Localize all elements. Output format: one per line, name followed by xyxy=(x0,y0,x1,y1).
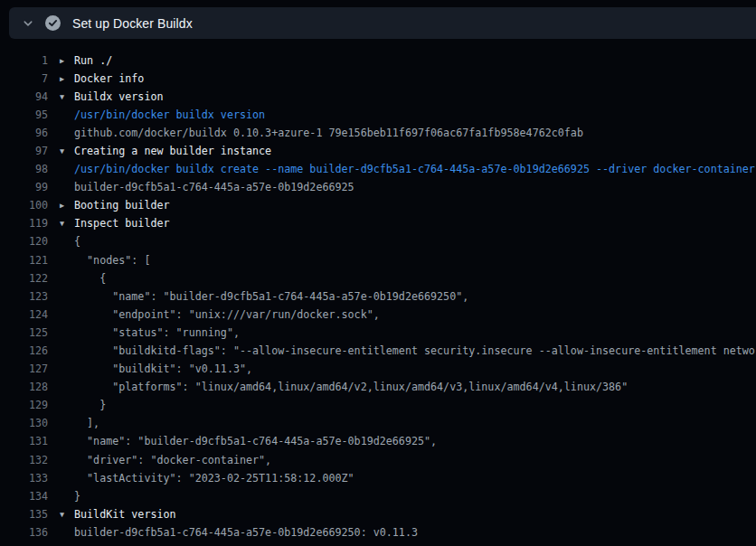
log-text: Inspect builder xyxy=(74,214,756,232)
group-toggle-icon xyxy=(48,106,74,124)
log-text: Creating a new builder instance xyxy=(74,142,756,160)
line-number[interactable]: 129 xyxy=(0,396,48,414)
line-number[interactable]: 7 xyxy=(0,70,48,88)
log-line: 123 "name": "builder-d9cfb5a1-c764-445a-… xyxy=(0,287,756,306)
log-line: 96 github.com/docker/buildx 0.10.3+azure… xyxy=(0,124,756,142)
log-line: 134 } xyxy=(0,487,756,505)
log-line: 127 "buildkit": "v0.11.3", xyxy=(0,360,756,378)
log-text: "driver": "docker-container", xyxy=(74,451,756,469)
line-number[interactable]: 121 xyxy=(0,251,48,269)
log-text: "platforms": "linux/amd64,linux/amd64/v2… xyxy=(74,378,756,396)
group-toggle-icon xyxy=(48,324,74,342)
group-toggle-icon[interactable]: ▶ xyxy=(48,52,74,70)
line-number[interactable]: 97 xyxy=(0,142,48,160)
line-number[interactable]: 122 xyxy=(0,269,48,287)
log-line[interactable]: 97 ▼ Creating a new builder instance xyxy=(0,142,756,160)
group-toggle-icon xyxy=(48,178,74,196)
log-text: builder-d9cfb5a1-c764-445a-a57e-0b19d2e6… xyxy=(74,523,756,541)
group-toggle-icon xyxy=(48,287,74,306)
log-line: 129 } xyxy=(0,396,756,414)
log-lines: 1 ▶ Run ./ 7 ▶ Docker info 94 ▼ Buildx v… xyxy=(0,39,756,541)
log-text: "lastActivity": "2023-02-25T11:58:12.000… xyxy=(74,469,756,487)
log-line: 130 ], xyxy=(0,414,756,432)
group-toggle-icon[interactable]: ▼ xyxy=(48,142,74,160)
group-toggle-icon xyxy=(48,451,74,469)
line-number[interactable]: 100 xyxy=(0,196,48,214)
group-toggle-icon xyxy=(48,487,74,505)
line-number[interactable]: 127 xyxy=(0,360,48,378)
log-text: "status": "running", xyxy=(74,324,756,342)
log-line: 125 "status": "running", xyxy=(0,324,756,342)
line-number[interactable]: 99 xyxy=(0,178,48,196)
group-toggle-icon[interactable]: ▼ xyxy=(48,505,74,523)
group-toggle-icon xyxy=(48,523,74,541)
log-text: Run ./ xyxy=(74,52,756,70)
line-number[interactable]: 95 xyxy=(0,106,48,124)
group-toggle-icon xyxy=(48,414,74,432)
line-number[interactable]: 131 xyxy=(0,432,48,450)
line-number[interactable]: 126 xyxy=(0,342,48,360)
log-text: { xyxy=(74,232,756,250)
log-line: 126 "buildkitd-flags": "--allow-insecure… xyxy=(0,342,756,360)
log-text: } xyxy=(74,487,756,505)
line-number[interactable]: 98 xyxy=(0,160,48,178)
log-text: } xyxy=(74,396,756,414)
log-line: 136 builder-d9cfb5a1-c764-445a-a57e-0b19… xyxy=(0,523,756,541)
line-number[interactable]: 123 xyxy=(0,287,48,306)
log-line: 121 "nodes": [ xyxy=(0,251,756,269)
line-number[interactable]: 132 xyxy=(0,451,48,469)
group-toggle-icon xyxy=(48,469,74,487)
log-text: "name": "builder-d9cfb5a1-c764-445a-a57e… xyxy=(74,287,756,306)
line-number[interactable]: 125 xyxy=(0,324,48,342)
group-toggle-icon[interactable]: ▼ xyxy=(48,214,74,232)
log-text: /usr/bin/docker buildx version xyxy=(74,106,756,124)
line-number[interactable]: 128 xyxy=(0,378,48,396)
line-number[interactable]: 133 xyxy=(0,469,48,487)
log-line[interactable]: 119 ▼ Inspect builder xyxy=(0,214,756,232)
line-number[interactable]: 119 xyxy=(0,214,48,232)
log-line: 98 /usr/bin/docker buildx create --name … xyxy=(0,160,756,178)
log-text: "buildkit": "v0.11.3", xyxy=(74,360,756,378)
group-toggle-icon[interactable]: ▼ xyxy=(48,88,74,106)
line-number[interactable]: 1 xyxy=(0,52,48,70)
log-line: 124 "endpoint": "unix:///var/run/docker.… xyxy=(0,306,756,324)
line-number[interactable]: 135 xyxy=(0,505,48,523)
group-toggle-icon xyxy=(48,306,74,324)
log-line[interactable]: 135 ▼ BuildKit version xyxy=(0,505,756,523)
line-number[interactable]: 120 xyxy=(0,232,48,250)
line-number[interactable]: 136 xyxy=(0,523,48,541)
chevron-down-icon[interactable] xyxy=(21,16,35,31)
group-toggle-icon[interactable]: ▶ xyxy=(48,196,74,214)
line-number[interactable]: 130 xyxy=(0,414,48,432)
log-text: { xyxy=(74,269,756,287)
group-toggle-icon[interactable]: ▶ xyxy=(48,70,74,88)
log-text: "nodes": [ xyxy=(74,251,756,269)
line-number[interactable]: 124 xyxy=(0,306,48,324)
step-header[interactable]: Set up Docker Buildx xyxy=(9,7,756,39)
line-number[interactable]: 94 xyxy=(0,88,48,106)
log-text: "buildkitd-flags": "--allow-insecure-ent… xyxy=(74,342,756,360)
group-toggle-icon xyxy=(48,251,74,269)
log-text: /usr/bin/docker buildx create --name bui… xyxy=(74,160,756,178)
log-line[interactable]: 1 ▶ Run ./ xyxy=(0,52,756,70)
log-line: 95 /usr/bin/docker buildx version xyxy=(0,106,756,124)
group-toggle-icon xyxy=(48,396,74,414)
line-number[interactable]: 134 xyxy=(0,487,48,505)
group-toggle-icon xyxy=(48,124,74,142)
log-line: 99 builder-d9cfb5a1-c764-445a-a57e-0b19d… xyxy=(0,178,756,196)
log-line: 122 { xyxy=(0,269,756,287)
group-toggle-icon xyxy=(48,160,74,178)
log-text: "endpoint": "unix:///var/run/docker.sock… xyxy=(74,306,756,324)
log-text: builder-d9cfb5a1-c764-445a-a57e-0b19d2e6… xyxy=(74,178,756,196)
log-line: 133 "lastActivity": "2023-02-25T11:58:12… xyxy=(0,469,756,487)
group-toggle-icon xyxy=(48,232,74,250)
line-number[interactable]: 96 xyxy=(0,124,48,142)
log-line[interactable]: 100 ▶ Booting builder xyxy=(0,196,756,214)
step-title: Set up Docker Buildx xyxy=(72,16,193,31)
log-line[interactable]: 7 ▶ Docker info xyxy=(0,70,756,88)
log-line[interactable]: 94 ▼ Buildx version xyxy=(0,88,756,106)
group-toggle-icon xyxy=(48,342,74,360)
log-text: Buildx version xyxy=(74,88,756,106)
check-circle-icon xyxy=(44,15,61,32)
group-toggle-icon xyxy=(48,432,74,450)
